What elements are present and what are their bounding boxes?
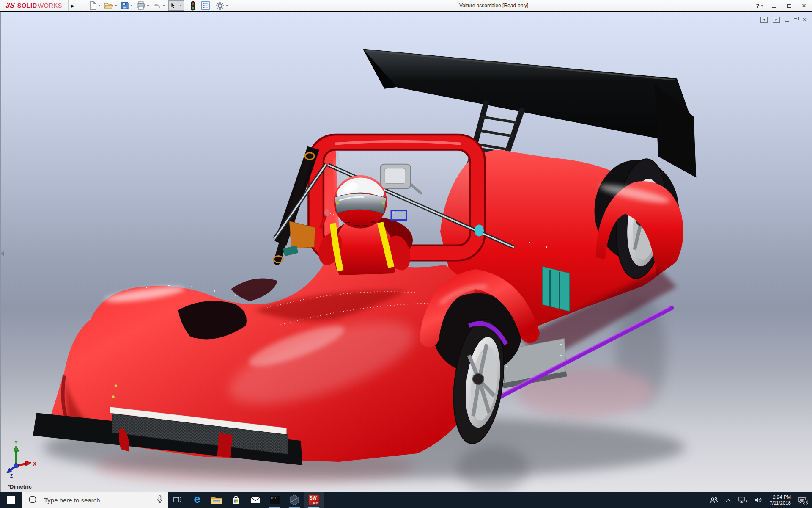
taskbar-app-store[interactable] (226, 492, 246, 508)
dropdown-caret-icon[interactable] (130, 5, 133, 6)
triad-z-label: Z (10, 474, 13, 478)
help-button[interactable]: ? (754, 0, 765, 11)
menu-flyout-button[interactable]: ▶ (68, 0, 77, 11)
left-arrow-icon: ◂ (763, 18, 765, 22)
taskbar-app-file-explorer[interactable] (207, 492, 226, 508)
restore-icon (794, 18, 797, 21)
dropdown-caret-icon[interactable] (147, 5, 149, 6)
orientation-triad: Y X Z (3, 439, 39, 478)
dropdown-caret-icon[interactable] (98, 5, 101, 6)
select-tool-button[interactable] (167, 0, 185, 11)
action-center-button[interactable]: 3 (798, 497, 806, 504)
taskbar-app-edge[interactable]: e (187, 492, 207, 508)
notification-badge: 3 (803, 500, 808, 505)
undo-button[interactable] (152, 0, 166, 11)
featuremanager-collapse-arrow[interactable] (1, 251, 4, 256)
new-document-button[interactable] (88, 0, 102, 11)
save-button[interactable] (120, 0, 134, 11)
edrawings-hexagon-icon (289, 494, 300, 505)
window-title: Voiture assomblee [Read-only] (459, 3, 528, 8)
volume-button[interactable] (754, 497, 763, 503)
start-button[interactable] (0, 492, 22, 508)
taskbar-app-solidworks[interactable]: SW 2017 (304, 492, 324, 508)
solidworks-logo: 3S SOLID WORKS (0, 1, 62, 10)
titlebar: 3S SOLID WORKS ▶ (0, 0, 812, 11)
system-tray: 2:24 PM 7/11/2018 3 (710, 492, 812, 508)
store-icon (231, 495, 241, 505)
taskbar-search[interactable] (22, 492, 168, 508)
taskbar-app-edrawings[interactable] (285, 492, 304, 508)
taskbar-app-mail[interactable] (246, 492, 265, 508)
print-button[interactable] (135, 0, 150, 11)
cyan-detail (475, 225, 484, 237)
people-button[interactable] (710, 497, 718, 503)
cortana-ring-icon (29, 496, 36, 503)
taskbar-clock[interactable]: 2:24 PM 7/11/2018 (770, 494, 791, 506)
gear-icon (216, 1, 225, 10)
quick-access-toolbar (88, 0, 229, 11)
command-prompt-icon: C:\ (270, 496, 280, 504)
mdi-minimize-button[interactable] (785, 18, 789, 22)
window-controls: ? ✕ (754, 0, 809, 11)
minimize-icon (772, 7, 776, 8)
speaker-icon (754, 497, 763, 503)
dropdown-caret-icon (179, 5, 182, 6)
minimize-icon (785, 21, 789, 22)
properties-list-icon (201, 1, 210, 10)
chevron-up-icon (725, 498, 731, 502)
dropdown-caret-icon[interactable] (162, 5, 165, 6)
right-arrow-icon: ▸ (776, 18, 777, 22)
rebuild-stoplight-icon (190, 1, 195, 11)
select-dropdown[interactable] (177, 1, 183, 10)
next-pane-button[interactable]: ▸ (773, 17, 780, 23)
dropdown-caret-icon[interactable] (226, 5, 228, 6)
mdi-restore-button[interactable] (794, 18, 797, 21)
options-button[interactable] (215, 0, 229, 11)
file-explorer-icon (211, 496, 222, 505)
solidworks-2017-icon: SW 2017 (309, 495, 319, 505)
view-orientation-label: *Dimetric (8, 483, 32, 490)
clock-time: 2:24 PM (770, 494, 791, 500)
mdi-close-button[interactable]: ✕ (802, 16, 807, 23)
dassault-3ds-logo-icon: 3S (5, 1, 16, 10)
windows-taskbar: e C:\ (0, 492, 812, 508)
mail-icon (250, 497, 261, 504)
help-dropdown-caret-icon[interactable] (761, 5, 763, 7)
rebuild-button[interactable] (189, 0, 196, 11)
restore-icon (787, 4, 791, 8)
minimize-button[interactable] (769, 0, 780, 11)
microphone-icon[interactable] (157, 495, 163, 504)
clock-date: 7/11/2018 (770, 500, 791, 506)
brand-works: WORKS (38, 2, 62, 9)
save-floppy-icon (121, 1, 129, 10)
restore-button[interactable] (784, 0, 795, 11)
new-document-icon (89, 1, 97, 10)
mdi-window-controls: ◂ ▸ ✕ (760, 16, 807, 23)
teal-side-intake (543, 266, 570, 311)
taskbar-app-command-prompt[interactable]: C:\ (265, 492, 285, 508)
dropdown-caret-icon[interactable] (115, 5, 117, 6)
triad-x-label: X (33, 461, 36, 467)
close-icon: ✕ (802, 17, 807, 23)
close-icon: ✕ (802, 3, 807, 9)
file-properties-button[interactable] (200, 0, 211, 11)
network-button[interactable] (738, 497, 747, 503)
previous-pane-button[interactable]: ◂ (760, 17, 768, 23)
task-view-icon (173, 496, 182, 504)
undo-arrow-icon (153, 2, 161, 9)
3d-model-car[interactable] (1, 12, 812, 492)
people-icon (710, 497, 718, 503)
network-icon (738, 497, 747, 503)
cursor-arrow-icon (170, 2, 176, 9)
windows-logo-icon (7, 496, 15, 504)
flyout-arrow-icon: ▶ (71, 3, 74, 8)
close-button[interactable]: ✕ (798, 0, 809, 11)
select-pressed-box[interactable] (168, 0, 184, 11)
graphics-viewport[interactable]: ◂ ▸ ✕ Y X Z *Dimetric (0, 12, 812, 492)
search-input[interactable] (22, 492, 168, 508)
task-view-button[interactable] (168, 492, 187, 508)
helmet (334, 175, 387, 229)
open-button[interactable] (103, 0, 118, 11)
tray-overflow-button[interactable] (725, 498, 731, 502)
brand-solid: SOLID (17, 2, 37, 9)
